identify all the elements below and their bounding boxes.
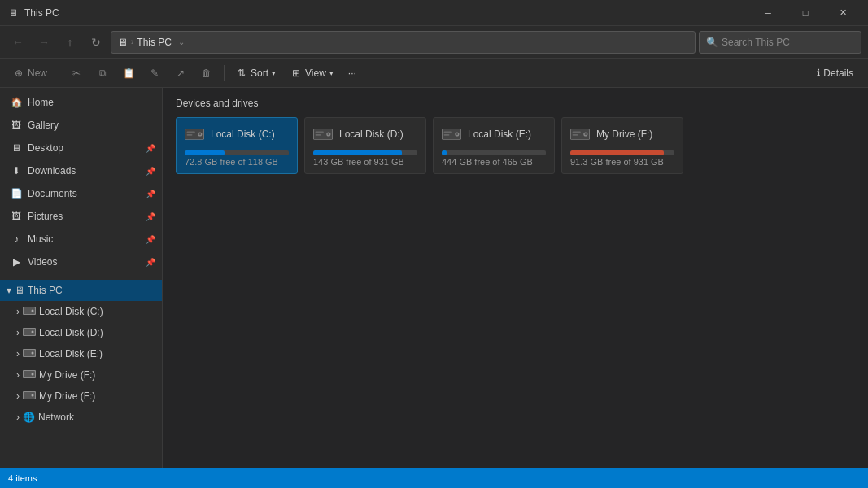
sidebar-item-pictures[interactable]: 🖼 Pictures 📌 bbox=[0, 205, 162, 228]
svg-point-11 bbox=[32, 373, 34, 375]
sidebar-item-music[interactable]: ♪ Music 📌 bbox=[0, 228, 162, 251]
disk-f-icon bbox=[23, 368, 36, 382]
more-label: ··· bbox=[348, 68, 356, 79]
svg-rect-25 bbox=[316, 132, 324, 133]
delete-icon: 🗑 bbox=[201, 68, 212, 79]
network-icon: 🌐 bbox=[23, 412, 35, 423]
sidebar-item-home[interactable]: 🏠 Home bbox=[0, 91, 162, 114]
videos-icon: ▶ bbox=[10, 255, 23, 268]
expand-f2-icon: › bbox=[16, 390, 20, 402]
drive-f-bar-container: 91.3 GB free of 931 GB bbox=[570, 147, 674, 167]
drive-f-free: 91.3 GB free of 931 GB bbox=[570, 157, 674, 167]
svg-rect-38 bbox=[573, 134, 578, 136]
share-button[interactable]: ↗ bbox=[168, 62, 193, 85]
sidebar-tree-e[interactable]: › Local Disk (E:) bbox=[0, 343, 162, 364]
drive-f-name: My Drive (F:) bbox=[596, 129, 652, 140]
svg-rect-31 bbox=[444, 132, 452, 133]
details-label: Details bbox=[823, 68, 853, 79]
sidebar-tree-d[interactable]: › Local Disk (D:) bbox=[0, 322, 162, 343]
drive-e-name: Local Disk (E:) bbox=[468, 129, 531, 140]
pin-icon: 📌 bbox=[146, 144, 155, 153]
sidebar-tree-network[interactable]: › 🌐 Network bbox=[0, 407, 162, 428]
forward-button[interactable]: → bbox=[33, 31, 55, 54]
sidebar-tree-f2[interactable]: › My Drive (F:) bbox=[0, 386, 162, 407]
sidebar: 🏠 Home 🖼 Gallery 🖥 Desktop 📌 ⬇ Downloads… bbox=[0, 88, 163, 468]
content-area: Devices and drives Loca bbox=[163, 88, 868, 468]
cut-button[interactable]: ✂ bbox=[64, 62, 89, 85]
sidebar-item-gallery[interactable]: 🖼 Gallery bbox=[0, 114, 162, 137]
home-icon: 🏠 bbox=[10, 96, 23, 109]
rename-button[interactable]: ✎ bbox=[142, 62, 167, 85]
minimize-button[interactable]: ─ bbox=[749, 0, 787, 26]
details-button[interactable]: ℹ Details bbox=[809, 62, 861, 85]
maximize-button[interactable]: □ bbox=[787, 0, 824, 26]
pictures-icon: 🖼 bbox=[10, 210, 23, 223]
music-icon: ♪ bbox=[10, 233, 23, 246]
pin-icon-3: 📌 bbox=[146, 190, 155, 198]
title-bar-controls: ─ □ ✕ bbox=[749, 0, 861, 26]
svg-point-14 bbox=[32, 394, 34, 396]
svg-point-24 bbox=[328, 133, 330, 136]
svg-point-30 bbox=[456, 133, 459, 136]
sort-button[interactable]: ⇅ Sort ▾ bbox=[229, 62, 282, 85]
svg-rect-26 bbox=[316, 134, 321, 136]
up-button[interactable]: ↑ bbox=[59, 31, 81, 54]
sidebar-item-documents[interactable]: 📄 Documents 📌 bbox=[0, 182, 162, 205]
title-bar: 🖥 This PC ─ □ ✕ bbox=[0, 0, 868, 26]
window-icon: 🖥 bbox=[7, 7, 20, 20]
drive-e[interactable]: Local Disk (E:) 444 GB free of 465 GB bbox=[433, 117, 555, 174]
drive-d-bar-container: 143 GB free of 931 GB bbox=[313, 147, 417, 167]
back-button[interactable]: ← bbox=[7, 31, 29, 54]
drive-c[interactable]: Local Disk (C:) 72.8 GB free of 118 GB bbox=[176, 117, 298, 174]
address-bar[interactable]: 🖥 › This PC ⌄ bbox=[111, 31, 696, 54]
new-button[interactable]: ⊕ New bbox=[7, 62, 54, 85]
drive-c-bar bbox=[185, 150, 289, 155]
sidebar-item-downloads[interactable]: ⬇ Downloads 📌 bbox=[0, 159, 162, 182]
sidebar-tree-c[interactable]: › Local Disk (C:) bbox=[0, 301, 162, 322]
disk-c-icon bbox=[23, 305, 36, 319]
documents-icon: 📄 bbox=[10, 187, 23, 200]
drive-c-top: Local Disk (C:) bbox=[185, 124, 289, 144]
svg-point-36 bbox=[585, 133, 587, 136]
drive-d-top: Local Disk (D:) bbox=[313, 124, 417, 144]
new-icon: ⊕ bbox=[13, 68, 24, 79]
sidebar-item-desktop[interactable]: 🖥 Desktop 📌 bbox=[0, 137, 162, 159]
sidebar-item-videos[interactable]: ▶ Videos 📌 bbox=[0, 251, 162, 273]
copy-button[interactable]: ⧉ bbox=[90, 62, 115, 85]
window-title: This PC bbox=[24, 7, 59, 19]
separator-1 bbox=[59, 65, 59, 81]
svg-rect-19 bbox=[187, 132, 195, 133]
pin-icon-2: 📌 bbox=[146, 167, 155, 176]
paste-button[interactable]: 📋 bbox=[116, 62, 141, 85]
address-expand-icon: ⌄ bbox=[178, 37, 185, 46]
expand-icon: ▾ bbox=[7, 285, 11, 296]
sidebar-tree-this-pc[interactable]: ▾ 🖥 This PC bbox=[0, 280, 162, 301]
drive-d-fill bbox=[313, 150, 402, 155]
drive-e-bar bbox=[442, 150, 546, 155]
svg-rect-32 bbox=[444, 134, 450, 136]
paste-icon: 📋 bbox=[123, 68, 134, 79]
drive-d[interactable]: Local Disk (D:) 143 GB free of 931 GB bbox=[304, 117, 426, 174]
drive-f-top: My Drive (F:) bbox=[570, 124, 674, 144]
pin-icon-6: 📌 bbox=[146, 258, 155, 267]
address-chevron: › bbox=[131, 37, 133, 46]
drive-c-fill bbox=[185, 150, 225, 155]
delete-button[interactable]: 🗑 bbox=[194, 62, 219, 85]
drive-e-fill bbox=[442, 150, 447, 155]
sort-label: Sort bbox=[251, 68, 268, 79]
drive-c-name: Local Disk (C:) bbox=[211, 129, 275, 140]
view-button[interactable]: ⊞ View ▾ bbox=[284, 62, 340, 85]
more-button[interactable]: ··· bbox=[342, 62, 363, 85]
refresh-button[interactable]: ↻ bbox=[85, 31, 107, 54]
svg-point-2 bbox=[32, 309, 34, 312]
drive-f-icon bbox=[570, 124, 590, 144]
sidebar-tree-f[interactable]: › My Drive (F:) bbox=[0, 364, 162, 386]
disk-d-icon bbox=[23, 326, 36, 340]
close-button[interactable]: ✕ bbox=[824, 0, 861, 26]
svg-rect-37 bbox=[573, 132, 581, 133]
pin-icon-4: 📌 bbox=[146, 212, 155, 221]
address-path: This PC bbox=[137, 37, 172, 48]
drive-f[interactable]: My Drive (F:) 91.3 GB free of 931 GB bbox=[561, 117, 683, 174]
drive-d-name: Local Disk (D:) bbox=[339, 129, 403, 140]
search-bar[interactable]: 🔍 Search This PC bbox=[699, 31, 861, 54]
